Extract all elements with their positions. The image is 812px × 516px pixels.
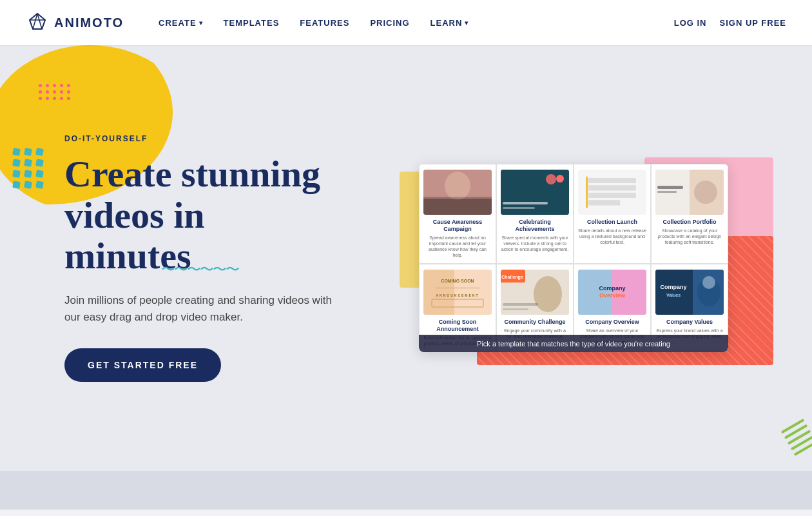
template-thumb-challenge: Challenge — [501, 270, 569, 315]
card-title: Company Overview — [578, 319, 646, 326]
svg-rect-13 — [588, 185, 636, 190]
template-card-collection-launch[interactable]: Collection Launch Share details about a … — [574, 164, 651, 264]
card-title: Celebrating Achievements — [501, 219, 569, 233]
card-desc: Share special moments with your viewers.… — [501, 235, 569, 252]
svg-point-8 — [546, 174, 556, 184]
nav-item-pricing[interactable]: PRICING — [361, 13, 418, 33]
decorative-squiggle: 〜〜〜〜〜〜 — [161, 260, 238, 279]
hero-subtitle: Join millions of people creating and sha… — [64, 292, 335, 325]
svg-rect-21 — [657, 191, 677, 193]
template-tooltip: Pick a template that matches the type of… — [419, 335, 728, 352]
svg-point-31 — [534, 276, 562, 312]
svg-rect-10 — [503, 207, 535, 209]
svg-rect-9 — [503, 202, 548, 204]
template-thumb-company-values: Company Values — [655, 270, 724, 315]
card-title: Collection Portfolio — [655, 219, 724, 226]
chevron-down-icon: ▾ — [199, 19, 203, 26]
svg-text:Company: Company — [660, 284, 686, 290]
template-card-cause-awareness[interactable]: Cause Awareness Campaign Spread awarenes… — [419, 164, 496, 264]
nav-item-learn[interactable]: LEARN ▾ — [421, 13, 478, 33]
navbar: ANIMOTO CREATE ▾ TEMPLATES FEATURES PRIC… — [0, 0, 812, 45]
template-thumb-collection-launch — [578, 170, 646, 215]
card-title: Community Challenge — [501, 319, 569, 326]
svg-text:ANNOUNCEMENT: ANNOUNCEMENT — [436, 293, 479, 297]
svg-rect-33 — [503, 308, 528, 310]
template-card-celebrating[interactable]: Celebrating Achievements Share special m… — [496, 164, 574, 264]
template-grid-wrapper: Cause Awareness Campaign Spread awarenes… — [419, 164, 754, 352]
decorative-lines-green — [786, 423, 812, 452]
chevron-down-icon: ▾ — [465, 19, 469, 26]
hero-content: 〜〜〜〜〜〜 DO-IT-YOURSELF Create stunning vi… — [0, 95, 374, 421]
hero-tag: DO-IT-YOURSELF — [64, 134, 335, 143]
svg-text:Company: Company — [599, 285, 625, 292]
card-title: Company Values — [655, 319, 724, 326]
template-thumb-celebrating — [501, 170, 569, 215]
nav-item-templates[interactable]: TEMPLATES — [215, 13, 289, 33]
svg-rect-32 — [503, 303, 538, 306]
template-card-collection-portfolio[interactable]: Collection Portfolio Showcase a catalog … — [651, 164, 728, 264]
svg-text:Values: Values — [666, 293, 681, 297]
svg-point-41 — [702, 276, 715, 289]
template-grid: Cause Awareness Campaign Spread awarenes… — [419, 164, 728, 352]
card-desc: Spread awareness about an important caus… — [423, 235, 492, 258]
card-desc: Showcase a catalog of your products with… — [655, 228, 724, 245]
svg-rect-15 — [588, 200, 620, 205]
nav-item-features[interactable]: FEATURES — [291, 13, 358, 33]
svg-rect-16 — [586, 177, 588, 208]
card-title: Cause Awareness Campaign — [423, 219, 492, 233]
svg-rect-6 — [423, 199, 492, 215]
card-desc: Share details about a new release using … — [578, 228, 646, 245]
logo[interactable]: ANIMOTO — [26, 11, 124, 34]
svg-rect-38 — [655, 270, 693, 315]
svg-text:Challenge: Challenge — [501, 275, 523, 280]
footer-bar — [0, 471, 812, 510]
template-thumb-collection-portfolio — [655, 170, 724, 215]
svg-point-19 — [694, 181, 717, 204]
svg-text:Overview: Overview — [599, 292, 626, 299]
cta-button[interactable]: GET STARTED FREE — [64, 348, 221, 382]
card-title: Coming Soon Announcement — [423, 319, 492, 333]
nav-right: LOG IN SIGN UP FREE — [674, 18, 786, 28]
svg-rect-20 — [657, 186, 683, 189]
nav-item-create[interactable]: CREATE ▾ — [150, 13, 211, 33]
svg-rect-12 — [588, 178, 636, 183]
template-thumb-cause — [423, 170, 492, 215]
nav-links: CREATE ▾ TEMPLATES FEATURES PRICING LEAR… — [150, 13, 674, 33]
hero-title: Create stunning videos in minutes — [64, 154, 335, 277]
logo-icon — [26, 11, 49, 34]
login-button[interactable]: LOG IN — [674, 18, 707, 28]
hero-section: 〜〜〜〜〜〜 DO-IT-YOURSELF Create stunning vi… — [0, 45, 812, 471]
svg-rect-25 — [435, 288, 480, 288]
svg-marker-0 — [30, 14, 45, 29]
signup-button[interactable]: SIGN UP FREE — [719, 18, 786, 28]
card-title: Collection Launch — [578, 219, 646, 226]
svg-rect-14 — [588, 193, 636, 198]
template-thumb-coming-soon: COMING SOON ANNOUNCEMENT — [423, 270, 492, 315]
brand-name: ANIMOTO — [54, 15, 124, 30]
svg-rect-23 — [423, 270, 454, 315]
template-thumb-company-overview: Company Overview — [578, 270, 646, 315]
svg-text:COMING SOON: COMING SOON — [441, 279, 474, 283]
hero-visual: Cause Awareness Campaign Spread awarenes… — [374, 138, 812, 378]
svg-point-5 — [445, 172, 470, 200]
